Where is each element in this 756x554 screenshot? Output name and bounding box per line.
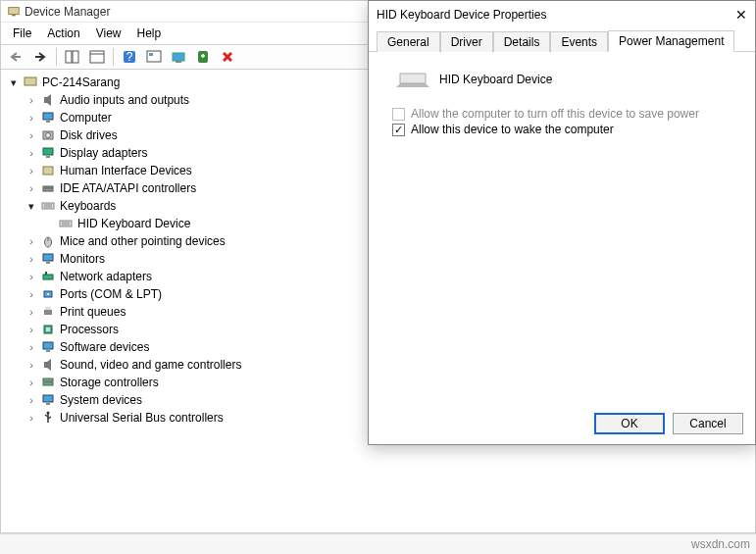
uninstall-button[interactable] bbox=[192, 47, 214, 67]
monitor-icon bbox=[40, 251, 56, 267]
expand-icon[interactable]: › bbox=[25, 182, 38, 194]
tab-events[interactable]: Events bbox=[550, 31, 608, 52]
svg-rect-6 bbox=[90, 51, 104, 63]
expand-icon[interactable]: › bbox=[25, 306, 38, 318]
cpu-icon bbox=[40, 322, 56, 337]
expand-icon[interactable]: › bbox=[25, 94, 38, 106]
port-icon bbox=[40, 286, 56, 302]
svg-point-23 bbox=[46, 133, 51, 138]
tab-driver[interactable]: Driver bbox=[440, 31, 493, 52]
expand-icon[interactable]: › bbox=[25, 235, 38, 247]
print-icon bbox=[40, 304, 56, 320]
svg-rect-0 bbox=[9, 7, 20, 14]
menu-help[interactable]: Help bbox=[129, 25, 170, 42]
expand-icon[interactable]: › bbox=[25, 394, 38, 406]
svg-rect-54 bbox=[46, 403, 50, 405]
usb-icon bbox=[40, 410, 56, 426]
hid-icon bbox=[40, 163, 56, 178]
soft-icon bbox=[40, 339, 56, 355]
option-allow-wake[interactable]: Allow this device to wake the computer bbox=[392, 123, 739, 136]
svg-marker-19 bbox=[47, 94, 51, 106]
menu-action[interactable]: Action bbox=[39, 25, 87, 42]
expand-icon[interactable]: › bbox=[25, 288, 38, 300]
svg-rect-48 bbox=[46, 350, 50, 352]
svg-rect-51 bbox=[43, 378, 53, 381]
speaker-icon bbox=[40, 92, 56, 108]
tab-general[interactable]: General bbox=[377, 31, 440, 52]
tree-category-label: Storage controllers bbox=[58, 376, 159, 389]
speaker-icon bbox=[40, 357, 56, 373]
forward-button[interactable] bbox=[29, 47, 51, 67]
cancel-button[interactable]: Cancel bbox=[673, 413, 743, 434]
scan-button[interactable] bbox=[143, 47, 165, 67]
expand-icon[interactable]: › bbox=[25, 324, 38, 335]
svg-rect-29 bbox=[42, 203, 54, 209]
app-icon bbox=[7, 5, 21, 19]
tree-category-label: Keyboards bbox=[58, 199, 116, 213]
tab-power-management[interactable]: Power Management bbox=[608, 30, 734, 52]
svg-rect-47 bbox=[43, 342, 53, 349]
tree-category-label: Sound, video and game controllers bbox=[58, 358, 241, 372]
disable-button[interactable] bbox=[217, 47, 238, 67]
tree-category-label: Computer bbox=[58, 111, 112, 125]
tree-device-label: HID Keyboard Device bbox=[76, 217, 190, 230]
expand-icon[interactable]: › bbox=[25, 412, 38, 424]
monitor-icon bbox=[40, 110, 56, 126]
dialog-title: HID Keyboard Device Properties bbox=[377, 8, 546, 22]
kbd-icon bbox=[58, 216, 74, 231]
svg-rect-38 bbox=[46, 262, 50, 264]
tree-category-label: Ports (COM & LPT) bbox=[58, 287, 162, 301]
svg-rect-25 bbox=[46, 156, 50, 158]
ok-button[interactable]: OK bbox=[594, 413, 665, 434]
option-turnoff-label: Allow the computer to turn off this devi… bbox=[411, 107, 699, 121]
expand-icon[interactable]: › bbox=[25, 341, 38, 353]
showhide-button[interactable] bbox=[62, 47, 83, 67]
svg-rect-49 bbox=[44, 362, 47, 368]
disk-icon bbox=[40, 127, 56, 143]
help-button[interactable]: ? bbox=[119, 47, 140, 67]
tree-category-label: IDE ATA/ATAPI controllers bbox=[58, 181, 196, 195]
expand-icon[interactable]: ▾ bbox=[25, 200, 38, 213]
expand-icon[interactable]: › bbox=[25, 129, 38, 141]
svg-point-56 bbox=[47, 412, 50, 415]
kbd-icon bbox=[40, 198, 56, 214]
back-button[interactable] bbox=[5, 47, 26, 67]
expand-icon[interactable]: › bbox=[25, 377, 38, 388]
svg-rect-12 bbox=[173, 53, 184, 61]
expand-icon[interactable]: › bbox=[25, 147, 38, 159]
expand-icon[interactable]: › bbox=[25, 271, 38, 282]
expand-icon[interactable]: › bbox=[25, 165, 38, 176]
tree-category-label: Monitors bbox=[58, 252, 105, 266]
svg-rect-43 bbox=[44, 310, 52, 315]
menu-file[interactable]: File bbox=[5, 25, 39, 42]
tree-category-label: System devices bbox=[58, 393, 142, 407]
expand-icon[interactable]: › bbox=[25, 112, 38, 124]
svg-rect-24 bbox=[43, 148, 53, 155]
properties-button[interactable] bbox=[86, 47, 108, 67]
expand-icon[interactable]: › bbox=[25, 359, 38, 371]
checkbox-wake[interactable] bbox=[392, 124, 405, 136]
menu-view[interactable]: View bbox=[88, 25, 129, 42]
status-bar: wsxdn.com bbox=[0, 533, 756, 554]
expand-icon[interactable]: ▾ bbox=[7, 76, 21, 89]
expand-icon[interactable]: › bbox=[25, 253, 38, 265]
properties-dialog: HID Keyboard Device Properties ✕ General… bbox=[368, 0, 756, 445]
device-name: HID Keyboard Device bbox=[439, 73, 552, 86]
svg-rect-44 bbox=[45, 307, 51, 310]
svg-rect-32 bbox=[60, 221, 72, 227]
tab-details[interactable]: Details bbox=[493, 31, 551, 52]
svg-rect-4 bbox=[66, 51, 72, 63]
tree-category-label: Print queues bbox=[58, 305, 126, 319]
svg-rect-10 bbox=[147, 51, 161, 62]
update-driver-button[interactable] bbox=[168, 47, 189, 67]
tree-category-label: Processors bbox=[58, 323, 119, 336]
mouse-icon bbox=[40, 233, 56, 249]
svg-rect-21 bbox=[46, 121, 50, 123]
ide-icon bbox=[40, 180, 56, 196]
close-button[interactable]: ✕ bbox=[735, 7, 747, 23]
svg-rect-1 bbox=[12, 14, 16, 16]
main-title: Device Manager bbox=[25, 5, 110, 19]
tree-category-label: Disk drives bbox=[58, 128, 118, 142]
tree-category-label: Audio inputs and outputs bbox=[58, 93, 189, 107]
svg-marker-50 bbox=[47, 359, 51, 371]
